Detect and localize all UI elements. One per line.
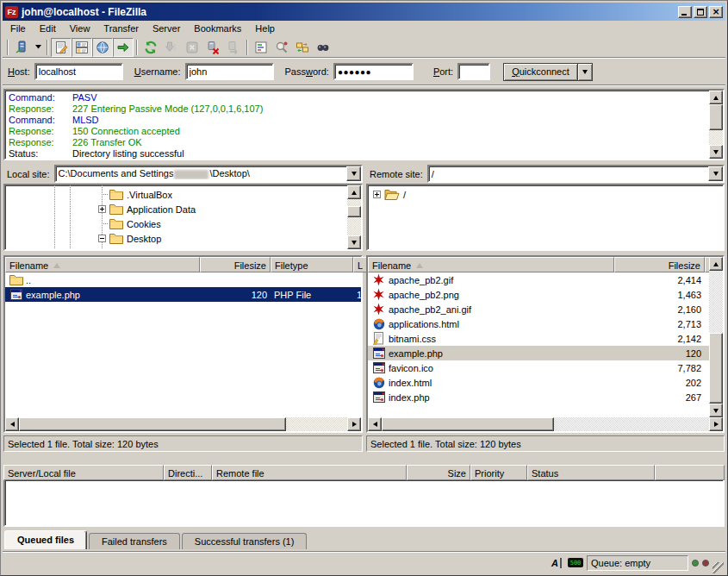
file-row[interactable]: example.php120PHP File1 [5,287,361,302]
scrollbar-thumb[interactable] [709,333,723,404]
maximize-button[interactable] [694,6,707,18]
expander-icon[interactable] [373,191,381,198]
scrollbar-down-button[interactable] [347,235,361,249]
queue-column-size[interactable]: Size [407,465,470,480]
expander-icon[interactable] [98,205,106,213]
column-header-filetype[interactable]: Filetype [271,257,353,272]
remote-site-dropdown[interactable] [708,166,723,181]
quickconnect-button[interactable]: Quickconnect [503,63,578,81]
scrollbar-up-button[interactable] [709,91,723,104]
cancel-operation-button[interactable] [182,38,202,57]
local-site-combo[interactable]: C:\Documents and Settings\Desktop\ [54,165,363,183]
menu-item-bookmarks[interactable]: Bookmarks [187,22,248,35]
directory-comparison-button[interactable] [271,38,292,57]
scrollbar-down-button[interactable] [709,404,723,417]
menu-item-view[interactable]: View [63,22,97,35]
scrollbar-up-button[interactable] [347,185,361,199]
file-row[interactable]: .. [5,272,361,287]
tree-item-desktop[interactable]: Desktop [5,231,361,246]
menu-item-server[interactable]: Server [146,22,187,35]
local-site-dropdown[interactable] [346,166,361,181]
toggle-local-tree-button[interactable] [72,38,92,57]
data-type-indicator-icon[interactable]: A [549,556,564,570]
minimize-button[interactable] [678,6,692,18]
column-header-filename[interactable]: Filename [368,257,614,272]
synchronized-browsing-button[interactable] [292,38,313,57]
queue-column-directi-[interactable]: Directi... [164,465,212,480]
toggle-remote-tree-button[interactable] [92,38,113,57]
tab-queued-files[interactable]: Queued files [4,530,87,549]
local-tree-scrollbar[interactable] [347,185,361,249]
refresh-button[interactable] [140,38,161,57]
directory-listing-filters-icon [254,41,268,54]
reconnect-button[interactable] [223,38,244,57]
scrollbar-thumb[interactable] [382,417,554,431]
close-icon: × [712,8,719,16]
port-input[interactable] [457,63,490,80]
disconnect-button[interactable] [202,38,223,57]
column-header-filename[interactable]: Filename [5,257,200,272]
close-button[interactable]: × [709,6,723,18]
tab-successful-transfers-1-[interactable]: Successful transfers (1) [182,533,308,549]
site-manager-dropdown-button[interactable] [32,38,44,57]
host-input[interactable] [34,63,123,80]
file-row[interactable]: apache_pb2.png1,463 [368,287,723,302]
queue-column-empty [655,465,725,480]
toggle-transfer-queue-button[interactable] [113,38,134,57]
file-row[interactable]: applications.html2,713 [368,316,723,331]
toggle-message-log-button[interactable] [51,38,72,57]
menu-item-file[interactable]: File [3,22,33,35]
scrollbar-thumb[interactable] [709,104,723,130]
scrollbar-right-button[interactable] [347,417,361,431]
expander-icon[interactable] [98,235,106,242]
queue-column-priority[interactable]: Priority [470,465,527,480]
file-row[interactable]: index.php267 [368,390,723,404]
process-queue-button[interactable] [161,38,182,57]
username-input[interactable] [185,63,274,80]
file-row[interactable]: bitnami.css2,142 [368,331,723,346]
column-header-filesize[interactable]: Filesize [614,257,705,272]
toggle-local-tree-icon [75,41,89,54]
speed-limits-icon[interactable]: 500 [568,556,583,570]
resize-grip[interactable] [712,562,724,573]
tree-item-root[interactable]: / [368,187,723,202]
filename-cell: favicon.ico [368,362,614,373]
site-manager-button[interactable] [11,38,32,57]
column-header-filesize[interactable]: Filesize [200,257,271,272]
scrollbar-thumb[interactable] [19,417,286,431]
scrollbar-right-button[interactable] [709,417,723,431]
remote-vscrollbar[interactable] [709,257,723,417]
tree-item-cookies[interactable]: Cookies [5,216,361,231]
tree-item--virtualbox[interactable]: .VirtualBox [5,187,361,202]
sort-ascending-icon [416,263,423,268]
menu-item-transfer[interactable]: Transfer [96,22,146,35]
scrollbar-left-button[interactable] [368,417,382,431]
directory-listing-filters-button[interactable] [251,38,271,57]
find-files-button[interactable] [313,38,333,57]
quickconnect-dropdown[interactable] [578,63,593,81]
queue-column-status[interactable]: Status [527,465,655,480]
file-row[interactable]: apache_pb2.gif2,414 [368,272,723,287]
scrollbar-up-button[interactable] [709,257,723,271]
log-scrollbar[interactable] [709,91,723,159]
local-hscrollbar[interactable] [5,417,361,431]
scrollbar-left-button[interactable] [5,417,19,431]
queue-column-server-local-file[interactable]: Server/Local file [3,465,164,480]
scrollbar-thumb[interactable] [347,206,361,217]
tab-failed-transfers[interactable]: Failed transfers [89,533,180,549]
file-row[interactable]: apache_pb2_ani.gif2,160 [368,302,723,316]
remote-hscrollbar[interactable] [368,417,723,431]
file-row[interactable]: example.php120 [368,346,723,360]
remote-site-combo[interactable]: / [427,165,725,183]
queue-column-remote-file[interactable]: Remote file [212,465,407,480]
file-row[interactable]: index.html202 [368,375,723,390]
scrollbar-down-button[interactable] [709,145,723,159]
menu-item-help[interactable]: Help [248,22,282,35]
file-row[interactable]: favicon.ico7,782 [368,360,723,375]
remote-pane: Remote site: / / FilenameFilesize apache… [366,165,725,452]
tree-item-application-data[interactable]: Application Data [5,202,361,216]
local-status-text: Selected 1 file. Total size: 120 bytes [3,435,363,452]
password-input[interactable] [333,63,414,80]
log-line: Response:226 Transfer OK [9,137,723,148]
menu-item-edit[interactable]: Edit [33,22,63,35]
